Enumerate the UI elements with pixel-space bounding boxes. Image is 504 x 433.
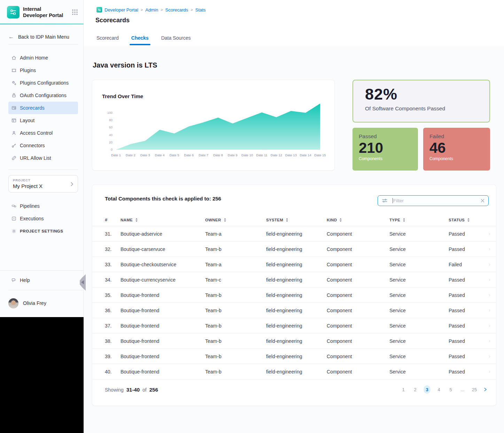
table-row[interactable]: 34.Boutique-currencyserviceTeam-cfield-e…	[92, 272, 496, 288]
help-button[interactable]: Help	[8, 275, 30, 285]
page-25[interactable]: 25	[471, 385, 478, 394]
chevron-right-icon: ›	[489, 368, 490, 374]
passed-count: 210	[359, 140, 412, 156]
svg-text:Date 13: Date 13	[285, 153, 297, 157]
avatar	[8, 298, 18, 308]
sidebar-item-access-control[interactable]: Access Control	[8, 127, 78, 139]
breadcrumb-separator: >	[141, 8, 143, 12]
main-area: Developer Portal > Admin > Scorecards > …	[84, 0, 504, 433]
divider	[8, 290, 84, 290]
trend-chart-card: Trend Over Time 020406080100Date 1Date 2…	[92, 80, 335, 171]
user-profile[interactable]: Olivia Frey	[8, 298, 46, 309]
status-value: Passed	[449, 308, 488, 313]
sidebar-item-project-settings[interactable]: PROJECT SETTINGS	[8, 225, 78, 237]
passed-unit: Components	[359, 156, 412, 161]
table-row[interactable]: 32.Boutique-carservuceTeam-bfield-engine…	[92, 242, 496, 257]
clear-filter-icon[interactable]	[480, 198, 485, 203]
table-row[interactable]: 38.Boutique-frontendTeam-bfield-engineer…	[92, 333, 496, 349]
sidebar-item-plugins-configurations[interactable]: Plugins Configurations	[8, 77, 78, 89]
scorecard-icon	[11, 105, 17, 111]
breadcrumb-admin[interactable]: Admin	[145, 7, 158, 13]
table-row[interactable]: 36.Boutique-frontendTeam-bfield-engineer…	[92, 303, 496, 318]
svg-text:Date 12: Date 12	[271, 153, 282, 157]
text-caret	[393, 198, 393, 203]
svg-text:Date 3: Date 3	[140, 153, 150, 157]
status-value: Passed	[449, 231, 488, 237]
chevron-right-icon: ›	[489, 307, 490, 313]
breadcrumb-stats[interactable]: Stats	[195, 7, 206, 13]
sidebar-item-layout[interactable]: Layout	[8, 114, 78, 127]
table-row[interactable]: 33.Boutique-checkoutserviceTeam-afield-e…	[92, 257, 496, 272]
tab-checks[interactable]: Checks	[131, 35, 149, 45]
header-accent-rule	[0, 24, 84, 24]
gears-icon	[11, 80, 17, 86]
column-header-name[interactable]: NAME	[121, 218, 205, 222]
table-row[interactable]: 39.Boutique-frontendTeam-bfield-engineer…	[92, 349, 496, 364]
sidebar-item-oauth-configurations[interactable]: OAuth Configurations	[8, 89, 78, 102]
filter-sliders-icon[interactable]	[382, 198, 388, 204]
filter-box[interactable]	[378, 195, 489, 206]
svg-text:Date 5: Date 5	[169, 153, 179, 157]
sidebar-item-executions[interactable]: Executions	[8, 212, 78, 225]
failed-unit: Components	[429, 156, 484, 161]
sidebar-item-url-allow-list[interactable]: URL Allow List	[8, 152, 78, 164]
sidebar-item-scorecards[interactable]: Scorecards	[8, 102, 78, 114]
chevron-right-icon	[483, 387, 488, 392]
table-row[interactable]: 35.Boutique-frontendTeam-bfield-engineer…	[92, 288, 496, 303]
chevron-right-icon: ›	[489, 246, 490, 252]
sort-icon	[135, 218, 138, 222]
chevron-right-icon: ›	[489, 338, 490, 344]
chevron-right-icon: ›	[489, 322, 490, 328]
svg-text:Date 10: Date 10	[241, 153, 253, 157]
sidebar-item-connectors[interactable]: Connectors	[8, 139, 78, 152]
status-value: Passed	[449, 292, 488, 298]
svg-text:20: 20	[109, 141, 113, 144]
back-to-idp-link[interactable]: ← Back to IDP Main Menu	[8, 32, 69, 42]
breadcrumb-developer-portal[interactable]: Developer Portal	[104, 7, 138, 13]
page-1[interactable]: 1	[400, 385, 407, 394]
sidebar-item-plugins[interactable]: Plugins	[8, 64, 78, 77]
table-footer: Showing 31-40 of 256 1 2 3 4 5 ... 25	[92, 382, 496, 397]
column-header-system[interactable]: SYSTEM	[266, 218, 327, 222]
sidebar-item-pipelines[interactable]: Pipelines	[8, 200, 78, 212]
app-launcher-grid-icon[interactable]	[71, 9, 78, 16]
passed-label: Passed	[359, 133, 412, 140]
tab-scorecard[interactable]: Scorecard	[96, 35, 119, 45]
chevron-right-icon: ›	[489, 353, 490, 359]
filter-input[interactable]	[393, 198, 480, 203]
chart-title: Trend Over Time	[102, 93, 143, 99]
page-5[interactable]: 5	[447, 385, 454, 394]
next-page-button[interactable]	[483, 387, 488, 392]
svg-text:Date 2: Date 2	[126, 153, 135, 157]
trend-area-chart: 020406080100Date 1Date 2Date 3Date 4Date…	[101, 100, 327, 162]
divider	[8, 44, 78, 45]
sidebar-item-admin-home[interactable]: Admin Home	[8, 52, 78, 64]
table-row[interactable]: 40.Boutique-frontendTeam-bfield-engineer…	[92, 364, 496, 379]
idp-logo-icon	[7, 6, 20, 18]
sidebar-header: Internal Developer Portal	[7, 5, 78, 19]
column-header-owner[interactable]: OWNER	[205, 218, 266, 222]
table-row[interactable]: 37.Boutique-frontendTeam-bfield-engineer…	[92, 318, 496, 333]
showing-summary: Showing 31-40 of 256	[105, 387, 158, 393]
column-header-kind[interactable]: KIND	[327, 218, 389, 222]
chevron-right-icon: ›	[489, 230, 490, 236]
sort-icon	[286, 218, 288, 222]
tab-data-sources[interactable]: Data Sources	[161, 35, 191, 45]
status-value: Passed	[449, 369, 488, 375]
table-row[interactable]: 31.Boutique-adserviceTeam-afield-enginee…	[92, 226, 496, 242]
app-title: Internal Developer Portal	[23, 6, 71, 18]
column-header-type[interactable]: TYPE	[389, 218, 449, 222]
page-3-active[interactable]: 3	[424, 385, 431, 394]
sort-icon	[403, 218, 405, 222]
connector-key-icon	[11, 143, 17, 148]
page-4[interactable]: 4	[435, 385, 442, 394]
column-header-status[interactable]: STATUS	[449, 218, 488, 222]
status-value: Passed	[449, 323, 488, 329]
breadcrumb-scorecards[interactable]: Scorecards	[165, 7, 188, 13]
page-2[interactable]: 2	[412, 385, 419, 394]
status-value: Passed	[449, 246, 488, 252]
pipelines-icon	[11, 203, 17, 209]
chevron-right-icon: ›	[489, 276, 490, 282]
project-selector[interactable]: PROJECT My Project X	[8, 175, 78, 192]
breadcrumb-separator: >	[161, 8, 163, 12]
